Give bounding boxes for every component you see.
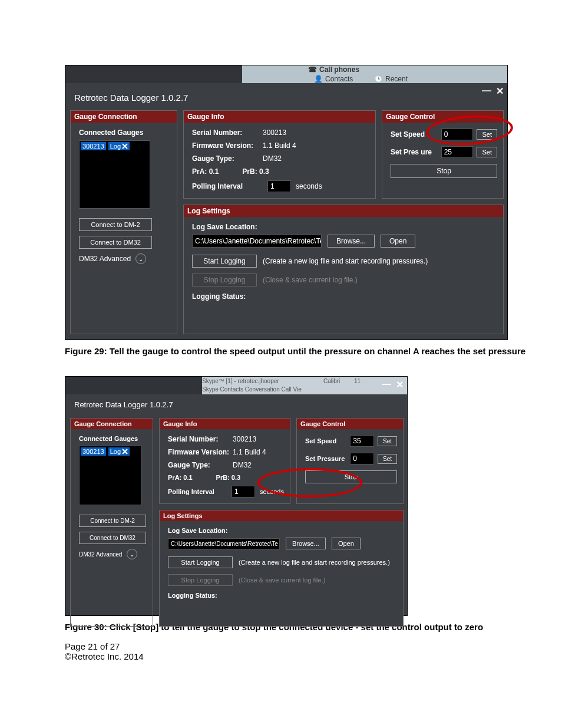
start-logging-button[interactable]: Start Logging <box>192 255 257 268</box>
remove-icon[interactable] <box>122 449 128 454</box>
chevron-down-icon[interactable]: ⌄ <box>127 549 137 559</box>
start-logging-note: (Create a new log file and start recordi… <box>263 257 428 265</box>
poll-interval-input[interactable]: 1 <box>232 486 255 498</box>
gauge-type-value: DM32 <box>263 154 282 163</box>
stop-button[interactable]: Stop <box>305 470 397 483</box>
panel-header-gauge-control: Gauge Control <box>297 419 403 429</box>
serial-label: Serial Number: <box>192 129 263 137</box>
poll-unit: seconds <box>296 182 322 190</box>
set-pressure-label: Set Pres ure <box>391 148 438 156</box>
connect-dm32-button[interactable]: Connect to DM32 <box>79 236 152 249</box>
stop-logging-button[interactable]: Stop Logging <box>192 274 257 286</box>
set-speed-label: Set Speed <box>305 437 346 444</box>
logging-status-label: Logging Status: <box>192 292 497 301</box>
panel-header-gauge-connection: Gauge Connection <box>71 419 153 429</box>
minimize-icon[interactable]: — <box>382 379 391 390</box>
set-speed-label: Set Speed <box>391 130 438 139</box>
set-speed-input[interactable]: 35 <box>350 435 374 447</box>
screenshot-fig30: Skype™ [1] - retrotec.jhooper Skype Cont… <box>65 376 408 616</box>
title-bar: Retrotec Data Logger 1.0.2.7 — ✕ <box>65 394 407 410</box>
panel-header-gauge-connection: Gauge Connection <box>71 111 177 123</box>
connected-gauges-list[interactable]: 300213 Log <box>79 446 141 505</box>
close-icon[interactable]: ✕ <box>496 85 504 97</box>
prb-value: PrB: 0.3 <box>216 474 241 481</box>
connect-dm2-button[interactable]: Connect to DM-2 <box>79 515 146 527</box>
set-speed-input[interactable]: 0 <box>441 129 474 140</box>
poll-interval-input[interactable]: 1 <box>267 180 291 192</box>
logging-status-label: Logging Status: <box>168 592 397 599</box>
stop-logging-note: (Close & save current log file.) <box>263 276 358 284</box>
log-path-input[interactable]: C:\Users\Janette\Documents\Retrotec\Te <box>168 538 280 549</box>
stop-logging-note: (Close & save current log file.) <box>239 577 325 584</box>
set-pressure-label: Set Pressure <box>305 455 346 462</box>
connect-dm32-button[interactable]: Connect to DM32 <box>79 532 146 544</box>
pra-value: PrA: 0.1 <box>168 474 193 481</box>
open-button[interactable]: Open <box>381 235 415 248</box>
log-settings-panel: Log Settings Log Save Location: C:\Users… <box>159 510 404 627</box>
gauge-control-panel: Gauge Control Set Speed 35 Set Set Press… <box>296 418 404 504</box>
firmware-label: Firmware Version: <box>168 448 233 456</box>
panel-header-log-settings: Log Settings <box>160 510 403 521</box>
set-speed-button[interactable]: Set <box>477 129 497 140</box>
document-page: ☎Call phones 👤Contacts 🕒Recent Retrotec … <box>0 0 562 679</box>
panel-header-gauge-info: Gauge Info <box>160 419 290 429</box>
browse-button[interactable]: Browse... <box>286 538 326 549</box>
stop-logging-button[interactable]: Stop Logging <box>168 574 233 586</box>
screenshot-fig29: ☎Call phones 👤Contacts 🕒Recent Retrotec … <box>65 65 508 340</box>
background-apps: ☎Call phones 👤Contacts 🕒Recent <box>65 65 507 83</box>
app-title: Retrotec Data Logger 1.0.2.7 <box>74 400 173 409</box>
connected-gauges-list[interactable]: 300213 Log <box>79 140 150 209</box>
gauge-connection-panel: Gauge Connection Connected Gauges 300213… <box>70 418 153 627</box>
background-apps: Skype™ [1] - retrotec.jhooper Skype Cont… <box>65 377 407 394</box>
panel-header-gauge-control: Gauge Control <box>382 111 503 123</box>
remove-icon[interactable] <box>122 143 128 149</box>
connected-gauges-label: Connected Gauges <box>79 129 171 137</box>
set-pressure-button[interactable]: Set <box>477 147 497 157</box>
set-pressure-button[interactable]: Set <box>378 454 397 464</box>
start-logging-button[interactable]: Start Logging <box>168 556 233 568</box>
firmware-value: 1.1 Build 4 <box>263 141 296 150</box>
connected-gauges-label: Connected Gauges <box>79 435 147 442</box>
stop-button[interactable]: Stop <box>391 164 497 178</box>
close-icon[interactable]: ✕ <box>396 379 404 390</box>
chevron-down-icon[interactable]: ⌄ <box>135 253 146 264</box>
serial-label: Serial Number: <box>168 435 233 443</box>
browse-button[interactable]: Browse... <box>328 235 375 248</box>
log-path-input[interactable]: C:\Users\Janette\Documents\Retrotec\Te <box>192 235 322 248</box>
dm32-advanced-label: DM32 Advanced <box>79 551 122 558</box>
panel-header-log-settings: Log Settings <box>184 205 503 217</box>
serial-value: 300213 <box>263 129 286 137</box>
connect-dm2-button[interactable]: Connect to DM-2 <box>79 218 152 231</box>
start-logging-note: (Create a new log file and start recordi… <box>239 559 390 566</box>
page-number: Page 21 of 27 <box>65 641 144 651</box>
gauge-connection-panel: Gauge Connection Connected Gauges 300213… <box>70 110 177 334</box>
set-pressure-input[interactable]: 25 <box>441 146 474 158</box>
minimize-icon[interactable]: — <box>482 85 491 97</box>
bg-tab-contacts: 👤Contacts <box>309 74 358 83</box>
poll-label: Polling Interval <box>168 488 227 495</box>
log-save-label: Log Save Location: <box>192 223 497 231</box>
set-pressure-input[interactable]: 0 <box>350 453 374 465</box>
copyright: ©Retrotec Inc. 2014 <box>65 651 144 661</box>
figure-29-caption: Figure 29: Tell the gauge to control the… <box>65 346 562 356</box>
list-item[interactable]: 300213 Log <box>81 142 148 150</box>
serial-value: 300213 <box>233 435 256 443</box>
gauge-type-label: Gauge Type: <box>192 154 263 163</box>
dm32-advanced-label: DM32 Advanced <box>79 255 131 263</box>
firmware-label: Firmware Version: <box>192 141 263 150</box>
gauge-control-panel: Gauge Control Set Speed 0 Set Set Pres u… <box>382 110 504 199</box>
prb-value: PrB: 0.3 <box>242 167 269 176</box>
gauge-type-value: DM32 <box>233 461 252 469</box>
firmware-value: 1.1 Build 4 <box>233 448 266 456</box>
set-speed-button[interactable]: Set <box>378 436 397 446</box>
poll-unit: seconds <box>260 488 284 495</box>
title-bar: Retrotec Data Logger 1.0.2.7 — ✕ <box>65 83 507 98</box>
open-button[interactable]: Open <box>332 538 361 549</box>
gauge-info-panel: Gauge Info Serial Number:300213 Firmware… <box>159 418 290 504</box>
app-title: Retrotec Data Logger 1.0.2.7 <box>74 93 188 103</box>
log-settings-panel: Log Settings Log Save Location: C:\Users… <box>183 205 504 334</box>
bg-tab-recent: 🕒Recent <box>369 74 412 83</box>
list-item[interactable]: 300213 Log <box>81 447 140 456</box>
gauge-type-label: Gauge Type: <box>168 461 233 469</box>
log-save-label: Log Save Location: <box>168 527 397 534</box>
